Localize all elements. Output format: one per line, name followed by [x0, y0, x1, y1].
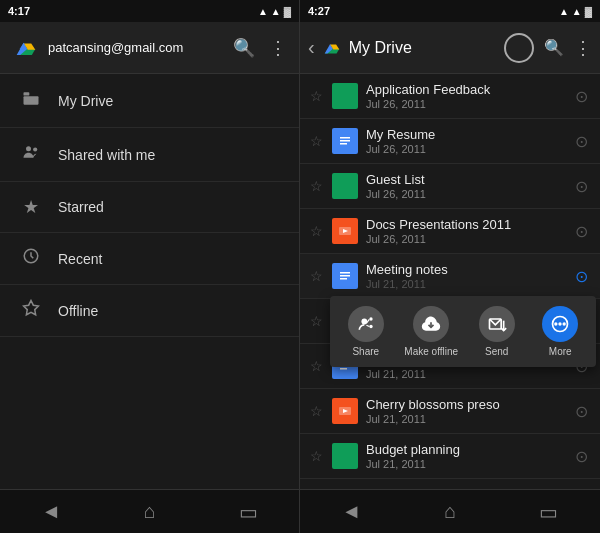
file-name: Meeting notes: [366, 262, 563, 277]
svg-point-3: [33, 147, 37, 151]
file-item[interactable]: ☆ Application Feedback Jul 26, 2011 ⊙: [300, 74, 600, 119]
right-more-button[interactable]: ⋮: [574, 39, 592, 57]
star-button[interactable]: ☆: [308, 178, 324, 194]
file-more-button[interactable]: ⊙: [571, 173, 592, 200]
nav-label-shared: Shared with me: [58, 147, 155, 163]
file-name: Budget planning: [366, 442, 563, 457]
file-date: Jul 26, 2011: [366, 98, 563, 110]
nav-item-offline[interactable]: Offline: [0, 285, 299, 337]
context-more-label: More: [549, 346, 572, 357]
svg-rect-15: [340, 275, 350, 277]
more-icon-circle: [542, 306, 578, 342]
nav-label-my-drive: My Drive: [58, 93, 113, 109]
left-search-button[interactable]: 🔍: [233, 39, 255, 57]
file-more-button[interactable]: ⊙: [571, 398, 592, 425]
context-more[interactable]: More: [535, 306, 585, 357]
file-date: Jul 21, 2011: [366, 278, 563, 290]
right-status-icons: ▲ ▲ ▓: [559, 6, 592, 17]
nav-item-starred[interactable]: ★ Starred: [0, 182, 299, 233]
nav-label-offline: Offline: [58, 303, 98, 319]
context-share[interactable]: Share: [341, 306, 391, 357]
file-item[interactable]: ☆ Cherry blossoms preso Jul 21, 2011 ⊙: [300, 389, 600, 434]
star-button[interactable]: ☆: [308, 313, 324, 329]
star-button[interactable]: ☆: [308, 403, 324, 419]
right-header: ‹ My Drive 🔍 ⋮: [300, 22, 600, 74]
right-bottom-nav: ◄ ⌂ ▭: [300, 489, 600, 533]
my-drive-icon: [20, 88, 42, 113]
right-panel-title: My Drive: [349, 39, 412, 57]
left-more-button[interactable]: ⋮: [269, 39, 287, 57]
nav-label-starred: Starred: [58, 199, 104, 215]
left-home-button[interactable]: ⌂: [144, 500, 156, 523]
shared-icon: [20, 142, 42, 167]
nav-item-shared-with-me[interactable]: Shared with me: [0, 128, 299, 182]
sheets-icon: [332, 173, 358, 199]
back-chevron-button[interactable]: ‹: [308, 36, 315, 59]
sheets-icon: [332, 443, 358, 469]
right-wifi-icon: ▲: [559, 6, 569, 17]
left-header-icons: 🔍 ⋮: [233, 39, 287, 57]
svg-rect-14: [340, 272, 350, 274]
right-search-button[interactable]: 🔍: [544, 40, 564, 56]
star-button[interactable]: ☆: [308, 448, 324, 464]
make-offline-icon-circle: [413, 306, 449, 342]
left-nav-list: My Drive Shared with me ★ Starred Recent…: [0, 74, 299, 489]
right-back-button[interactable]: ◄: [342, 500, 362, 523]
right-home-button[interactable]: ⌂: [444, 500, 456, 523]
file-info: My Resume Jul 26, 2011: [366, 127, 563, 155]
file-info: Cherry blossoms preso Jul 21, 2011: [366, 397, 563, 425]
circle-button[interactable]: [504, 33, 534, 63]
file-more-button[interactable]: ⊙: [571, 218, 592, 245]
right-battery-icon: ▓: [585, 6, 592, 17]
left-recent-button[interactable]: ▭: [239, 500, 258, 524]
star-button[interactable]: ☆: [308, 133, 324, 149]
svg-marker-5: [24, 301, 39, 315]
left-time: 4:17: [8, 5, 30, 17]
file-item[interactable]: ☆ Guest List Jul 26, 2011 ⊙: [300, 164, 600, 209]
file-more-button[interactable]: ⊙: [571, 263, 592, 290]
nav-label-recent: Recent: [58, 251, 102, 267]
share-icon-circle: [348, 306, 384, 342]
slides-icon: [332, 398, 358, 424]
nav-item-my-drive[interactable]: My Drive: [0, 74, 299, 128]
svg-line-21: [366, 325, 369, 326]
context-menu: Share Make offline Send: [330, 296, 596, 367]
nav-item-recent[interactable]: Recent: [0, 233, 299, 285]
file-more-button[interactable]: ⊙: [571, 443, 592, 470]
recent-icon: [20, 247, 42, 270]
svg-point-19: [369, 325, 372, 328]
star-button[interactable]: ☆: [308, 223, 324, 239]
star-button[interactable]: ☆: [308, 268, 324, 284]
right-header-left: ‹ My Drive: [308, 36, 412, 59]
right-status-bar: 4:27 ▲ ▲ ▓: [300, 0, 600, 22]
file-item[interactable]: ☆ Docs Presentations 2011 Jul 26, 2011 ⊙: [300, 209, 600, 254]
file-info: Budget planning Jul 21, 2011: [366, 442, 563, 470]
file-name: Application Feedback: [366, 82, 563, 97]
file-date: Jul 26, 2011: [366, 188, 563, 200]
right-recent-button[interactable]: ▭: [539, 500, 558, 524]
star-button[interactable]: ☆: [308, 88, 324, 104]
file-item-context[interactable]: ☆ Meeting notes Jul 21, 2011 ⊙ Share: [300, 254, 600, 299]
context-share-label: Share: [352, 346, 379, 357]
svg-point-2: [26, 146, 31, 151]
file-name: Guest List: [366, 172, 563, 187]
slides-icon: [332, 218, 358, 244]
left-panel: 4:17 ▲ ▲ ▓ patcansing@gmail.com 🔍 ⋮: [0, 0, 300, 533]
file-date: Jul 21, 2011: [366, 368, 563, 380]
svg-rect-1: [24, 96, 39, 104]
context-send[interactable]: Send: [472, 306, 522, 357]
left-status-bar: 4:17 ▲ ▲ ▓: [0, 0, 299, 22]
left-back-button[interactable]: ◄: [41, 500, 61, 523]
file-info: Application Feedback Jul 26, 2011: [366, 82, 563, 110]
signal-icon: ▲: [271, 6, 281, 17]
star-button[interactable]: ☆: [308, 358, 324, 374]
file-more-button[interactable]: ⊙: [571, 128, 592, 155]
svg-rect-16: [340, 278, 347, 280]
docs-icon: [332, 128, 358, 154]
file-more-button[interactable]: ⊙: [571, 83, 592, 110]
file-item[interactable]: ☆ My Resume Jul 26, 2011 ⊙: [300, 119, 600, 164]
context-make-offline[interactable]: Make offline: [404, 306, 458, 357]
file-item[interactable]: ☆ Budget planning Jul 21, 2011 ⊙: [300, 434, 600, 479]
file-date: Jul 26, 2011: [366, 143, 563, 155]
docs-icon: [332, 263, 358, 289]
